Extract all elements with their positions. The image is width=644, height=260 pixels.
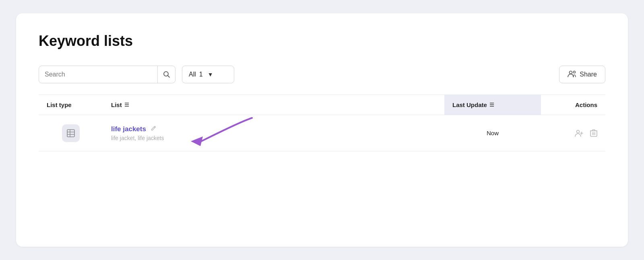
list-keywords: life jacket, life jackets <box>111 135 164 141</box>
th-list: List ☰ <box>103 95 444 115</box>
table-row: life jackets life jacket, life jackets <box>39 115 605 151</box>
arrow-annotation <box>167 114 256 150</box>
table-header: List type List ☰ Last Update ☰ Actions <box>39 95 605 115</box>
td-last-update: Now <box>444 122 541 144</box>
search-button[interactable] <box>157 66 175 83</box>
edit-icon[interactable] <box>150 125 157 133</box>
last-update-sort-icon[interactable]: ☰ <box>489 102 494 108</box>
svg-point-3 <box>574 71 576 73</box>
search-input[interactable] <box>39 71 157 78</box>
add-user-button[interactable] <box>575 129 584 137</box>
toolbar: All 1 ▼ Share <box>39 66 605 83</box>
share-button[interactable]: Share <box>559 66 605 83</box>
filter-label: All <box>189 71 196 78</box>
th-actions: Actions <box>541 95 605 115</box>
list-type-table-icon <box>62 124 80 142</box>
td-list-name: life jackets life jacket, life jackets <box>103 118 444 149</box>
list-name-link[interactable]: life jackets <box>111 125 146 133</box>
main-card: Keyword lists All 1 ▼ <box>16 13 628 247</box>
filter-count: 1 <box>199 71 203 78</box>
search-wrapper <box>39 66 175 83</box>
list-sort-icon[interactable]: ☰ <box>124 102 129 108</box>
svg-point-9 <box>577 130 580 133</box>
filter-dropdown[interactable]: All 1 ▼ <box>182 66 234 83</box>
delete-button[interactable] <box>590 129 597 137</box>
svg-line-1 <box>167 76 169 78</box>
share-people-icon <box>568 70 576 79</box>
chevron-down-icon: ▼ <box>208 71 213 78</box>
td-list-type <box>39 117 103 149</box>
th-last-update: Last Update ☰ <box>444 95 541 115</box>
svg-rect-4 <box>67 130 74 137</box>
svg-point-2 <box>570 71 572 74</box>
td-actions <box>541 122 605 144</box>
list-name-row: life jackets <box>111 125 157 133</box>
share-label: Share <box>580 71 597 78</box>
th-list-type: List type <box>39 95 103 115</box>
search-icon <box>163 71 170 78</box>
page-title: Keyword lists <box>39 33 605 50</box>
table: List type List ☰ Last Update ☰ Actions <box>39 95 605 151</box>
svg-marker-8 <box>191 136 203 146</box>
